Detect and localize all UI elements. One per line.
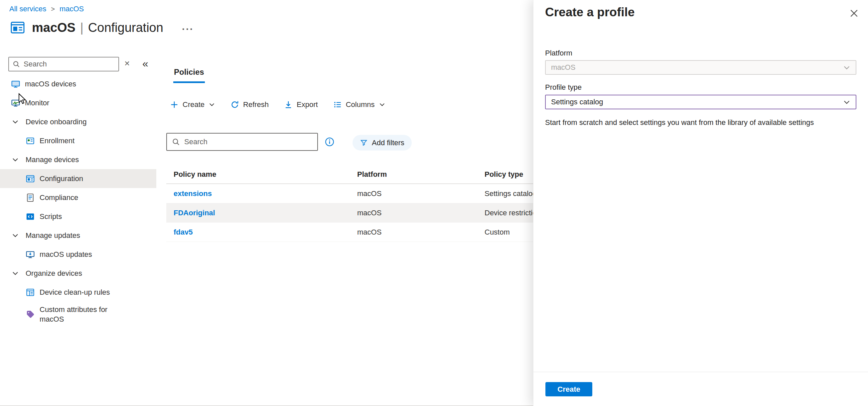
policies-search-box (166, 133, 318, 151)
sidebar-item-scripts[interactable]: Scripts (0, 207, 156, 226)
sidebar-collapse-icon[interactable]: « (142, 58, 148, 69)
page-title-secondary: Configuration (88, 21, 163, 35)
macos-devices-icon (11, 79, 20, 89)
policies-search-input[interactable] (184, 138, 313, 146)
device-cleanup-icon (26, 288, 35, 297)
sidebar-item-label: macOS updates (39, 250, 92, 259)
policy-link[interactable]: extensions (174, 190, 212, 198)
scripts-icon (26, 212, 35, 221)
add-icon (170, 100, 179, 109)
sidebar-item-macos-updates[interactable]: macOS updates (0, 245, 156, 264)
custom-attributes-icon (26, 310, 35, 319)
filter-icon (360, 139, 368, 147)
profile-type-dropdown[interactable]: Settings catalog (545, 95, 856, 109)
sidebar-item-monitor[interactable]: Monitor (0, 93, 156, 112)
columns-button-label: Columns (346, 100, 375, 109)
sidebar-group-manage-updates[interactable]: Manage updates (0, 226, 156, 245)
search-icon (12, 60, 20, 68)
refresh-button[interactable]: Refresh (230, 100, 269, 109)
tab-policies[interactable]: Policies (173, 67, 205, 83)
refresh-button-label: Refresh (243, 100, 269, 109)
sidebar-item-label: Custom attributes for macOS (39, 305, 131, 324)
chevron-down-icon (12, 156, 19, 164)
chevron-down-icon (209, 101, 215, 108)
sidebar-item-label: Configuration (39, 174, 83, 183)
export-button[interactable]: Export (284, 100, 318, 109)
platform-dropdown-value: macOS (551, 63, 575, 72)
sidebar-item-compliance[interactable]: Compliance (0, 188, 156, 207)
close-icon[interactable] (849, 9, 859, 18)
sidebar: × « macOS devices Monito (0, 54, 159, 406)
sidebar-group-organize-devices[interactable]: Organize devices (0, 264, 156, 283)
policy-link[interactable]: fdav5 (174, 228, 192, 236)
compliance-icon (26, 193, 35, 202)
sidebar-group-manage-devices[interactable]: Manage devices (0, 150, 156, 169)
chevron-down-icon (843, 98, 850, 106)
page-title-primary: macOS (32, 21, 75, 35)
sidebar-item-label: Scripts (39, 212, 62, 221)
sidebar-group-label: Organize devices (26, 269, 82, 278)
add-filters-button[interactable]: Add filters (352, 135, 412, 150)
cell-platform: macOS (357, 190, 485, 198)
export-button-label: Export (297, 100, 318, 109)
toolbar: Create Refresh Export Columns (170, 100, 385, 109)
column-header-policy-name[interactable]: Policy name (166, 170, 357, 179)
chevron-down-icon (12, 232, 19, 239)
sidebar-item-label: macOS devices (25, 80, 76, 89)
breadcrumb: All services > macOS (9, 5, 84, 13)
page-title: macOS | Configuration (32, 21, 163, 35)
sidebar-search-box (8, 57, 119, 71)
macos-updates-icon (26, 250, 35, 259)
monitor-icon (11, 98, 20, 108)
create-profile-panel: Create a profile Platform macOS Profile … (533, 0, 868, 406)
chevron-down-icon (12, 270, 19, 277)
breadcrumb-separator: > (51, 5, 55, 13)
platform-label: Platform (545, 49, 572, 58)
refresh-icon (230, 100, 239, 109)
configuration-icon (26, 174, 35, 183)
page-context-menu-button[interactable]: ··· (182, 20, 194, 35)
info-icon[interactable] (324, 137, 335, 147)
search-icon (172, 138, 180, 146)
sidebar-item-custom-attributes[interactable]: Custom attributes for macOS (0, 302, 156, 327)
chevron-down-icon (12, 118, 19, 126)
profile-type-label: Profile type (545, 83, 582, 92)
export-icon (284, 100, 293, 109)
page-title-divider: | (80, 21, 84, 35)
sidebar-nav: macOS devices Monitor Device onboarding (0, 74, 156, 327)
sidebar-search-clear-icon[interactable]: × (124, 59, 130, 68)
enrollment-icon (26, 136, 35, 145)
columns-icon (333, 100, 342, 109)
create-button[interactable]: Create (170, 100, 215, 109)
sidebar-item-device-cleanup-rules[interactable]: Device clean-up rules (0, 283, 156, 302)
panel-footer: Create (533, 372, 868, 406)
profile-type-description: Start from scratch and select settings y… (545, 117, 858, 128)
sidebar-search-input[interactable] (24, 60, 115, 68)
sidebar-item-label: Monitor (25, 99, 49, 107)
profile-type-dropdown-value: Settings catalog (551, 98, 603, 106)
column-header-platform[interactable]: Platform (357, 170, 485, 179)
cell-platform: macOS (357, 209, 485, 217)
page-header: macOS | Configuration ··· (10, 20, 194, 35)
sidebar-group-label: Manage updates (26, 231, 80, 240)
columns-button[interactable]: Columns (333, 100, 385, 109)
sidebar-item-configuration[interactable]: Configuration (0, 169, 156, 188)
sidebar-item-enrollment[interactable]: Enrollment (0, 131, 156, 150)
add-filters-label: Add filters (372, 139, 404, 147)
panel-create-button[interactable]: Create (546, 382, 592, 396)
breadcrumb-macos[interactable]: macOS (60, 5, 84, 13)
sidebar-group-label: Manage devices (26, 156, 79, 164)
sidebar-group-label: Device onboarding (26, 117, 87, 126)
policy-link[interactable]: FDAoriginal (174, 209, 215, 217)
create-button-label: Create (183, 100, 205, 109)
chevron-down-icon (843, 64, 850, 71)
chevron-down-icon (379, 101, 385, 108)
panel-title: Create a profile (545, 5, 634, 19)
sidebar-item-label: Device clean-up rules (39, 288, 110, 297)
sidebar-item-macos-devices[interactable]: macOS devices (0, 74, 156, 93)
breadcrumb-all-services[interactable]: All services (9, 5, 46, 13)
sidebar-item-label: Enrollment (39, 137, 74, 145)
app-icon (10, 20, 25, 35)
sidebar-group-device-onboarding[interactable]: Device onboarding (0, 112, 156, 131)
sidebar-item-label: Compliance (39, 193, 78, 202)
